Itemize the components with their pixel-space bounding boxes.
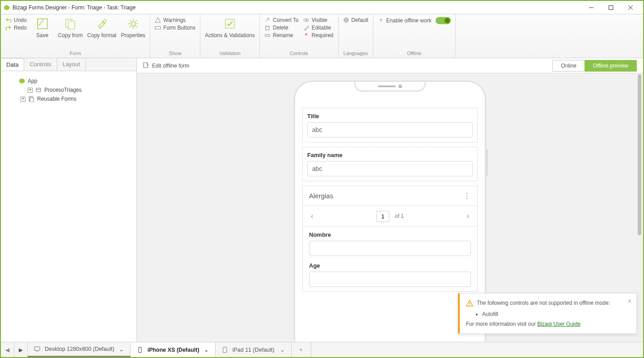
warning-icon	[466, 300, 473, 308]
svg-rect-5	[38, 19, 47, 29]
globe-icon	[343, 17, 349, 23]
properties-button[interactable]: Properties	[121, 17, 145, 38]
svg-rect-31	[36, 88, 41, 92]
svg-marker-0	[4, 4, 9, 10]
redo-button[interactable]: Redo	[5, 25, 27, 31]
expand-icon[interactable]: +	[28, 88, 33, 93]
expand-icon[interactable]: +	[21, 97, 25, 102]
left-panel: Data Controls Layout App + ProcesoTriage…	[1, 58, 137, 342]
title-bar: Bizagi Forms Designer - Form: Triage - T…	[1, 1, 643, 14]
collection-alergias[interactable]: Alergias ⋮ ‹ of 1 › Nombre	[302, 186, 478, 292]
edit-offline-form-button[interactable]: Edit offline form	[143, 62, 189, 69]
redo-icon	[5, 25, 12, 31]
form-buttons-button[interactable]: Form Buttons	[155, 25, 195, 31]
field-label: Title	[307, 113, 473, 119]
device-tab-label: iPad 11 (Default)	[233, 347, 275, 353]
desktop-icon	[34, 346, 40, 352]
visible-label: Visible	[312, 17, 327, 23]
svg-rect-21	[225, 19, 234, 28]
svg-rect-22	[266, 26, 269, 30]
close-button[interactable]	[621, 1, 640, 14]
family-name-input[interactable]	[307, 161, 473, 176]
minimize-button[interactable]	[581, 1, 601, 14]
online-toggle[interactable]: Online	[552, 60, 585, 72]
actions-label: Actions & Validations	[205, 32, 255, 38]
enable-offline-toggle[interactable]: Enable offline work	[378, 17, 451, 24]
tree-label: Reusable Forms	[37, 96, 76, 102]
offline-preview-toggle[interactable]: Offline preview	[585, 60, 637, 72]
toast-item: Autofill	[482, 311, 629, 317]
visible-button[interactable]: Visible	[303, 17, 334, 23]
redo-label: Redo	[14, 25, 27, 31]
check-icon	[223, 17, 237, 30]
toast-footer-text: For more information visit our	[466, 321, 537, 327]
copy-from-icon	[64, 17, 77, 30]
tree-node-app[interactable]: App	[5, 77, 132, 85]
rename-button[interactable]: Rename	[264, 32, 299, 38]
edit-icon	[303, 25, 309, 31]
svg-rect-20	[155, 26, 161, 29]
toggle-switch-icon[interactable]	[436, 17, 451, 24]
group-label-languages: Languages	[343, 51, 369, 57]
close-toast-button[interactable]: ✕	[627, 298, 632, 304]
convert-icon	[264, 17, 271, 23]
warning-toast: ✕ The following controls are not support…	[458, 293, 637, 334]
tree-node-reusable[interactable]: + Reusable Forms	[5, 94, 132, 103]
default-lang-button[interactable]: Default	[343, 17, 369, 23]
vertical-scrollbar[interactable]	[637, 73, 642, 342]
undo-button[interactable]: Undo	[5, 17, 27, 23]
next-device-button[interactable]: ▶	[14, 342, 28, 357]
prev-page-button[interactable]: ‹	[307, 210, 317, 222]
form-buttons-icon	[155, 25, 161, 31]
device-tab-ipad[interactable]: iPad 11 (Default) ⌄	[216, 342, 292, 357]
convert-to-button[interactable]: Convert To	[264, 17, 299, 23]
tab-data[interactable]: Data	[1, 58, 24, 71]
actions-validations-button[interactable]: Actions & Validations	[205, 17, 255, 38]
svg-marker-6	[38, 24, 41, 26]
copy-from-button[interactable]: Copy from	[58, 17, 83, 38]
editable-button[interactable]: Editable	[303, 25, 334, 31]
svg-rect-34	[30, 98, 34, 102]
form-field-family-name[interactable]: Family name	[302, 147, 478, 181]
tab-layout[interactable]: Layout	[57, 58, 86, 71]
ribbon-group-show: Warnings Form Buttons Show	[150, 14, 200, 58]
collection-pager: ‹ of 1 ›	[303, 206, 477, 227]
add-device-tab-button[interactable]: ＋	[292, 342, 311, 357]
svg-rect-2	[609, 5, 613, 9]
device-tab-desktop[interactable]: Desktop 1280x800 (Default) ⌄	[28, 342, 131, 357]
device-tab-label: Desktop 1280x800 (Default)	[45, 346, 114, 352]
age-input[interactable]	[309, 272, 471, 287]
group-label-controls: Controls	[264, 51, 334, 57]
kebab-menu-icon[interactable]: ⋮	[463, 192, 471, 200]
tree-node-proceso[interactable]: + ProcesoTriages	[5, 85, 132, 94]
title-input[interactable]	[307, 122, 473, 137]
chevron-down-icon[interactable]: ⌄	[280, 346, 285, 353]
svg-point-38	[469, 305, 470, 306]
page-number-input[interactable]	[376, 211, 390, 222]
warnings-button[interactable]: Warnings	[155, 17, 195, 23]
prev-device-button[interactable]: ◀	[1, 342, 14, 357]
entity-icon	[35, 87, 42, 93]
form-field-title[interactable]: Title	[302, 108, 478, 142]
nombre-input[interactable]	[309, 241, 471, 256]
copy-format-button[interactable]: Copy format	[87, 17, 116, 38]
brush-icon	[95, 17, 109, 30]
eye-icon	[303, 17, 309, 23]
next-page-button[interactable]: ›	[463, 210, 473, 222]
user-guide-link[interactable]: Bizagi User Guide	[537, 321, 580, 327]
ribbon: Undo Redo Save Copy from Copy format Pro…	[1, 14, 643, 58]
save-button[interactable]: Save	[31, 17, 54, 38]
tab-controls[interactable]: Controls	[24, 58, 57, 71]
delete-button[interactable]: Delete	[264, 25, 299, 31]
svg-rect-24	[265, 34, 270, 36]
svg-point-26	[305, 20, 307, 21]
field-label: Family name	[307, 152, 473, 158]
default-lang-label: Default	[352, 17, 369, 23]
maximize-button[interactable]	[601, 1, 621, 14]
collection-title: Alergias	[309, 192, 333, 200]
chevron-down-icon[interactable]: ⌄	[119, 346, 124, 353]
device-tab-iphone[interactable]: iPhone XS (Default) ⌄	[131, 342, 216, 357]
delete-label: Delete	[273, 25, 288, 31]
chevron-down-icon[interactable]: ⌄	[204, 346, 209, 353]
required-button[interactable]: *Required	[303, 32, 334, 38]
